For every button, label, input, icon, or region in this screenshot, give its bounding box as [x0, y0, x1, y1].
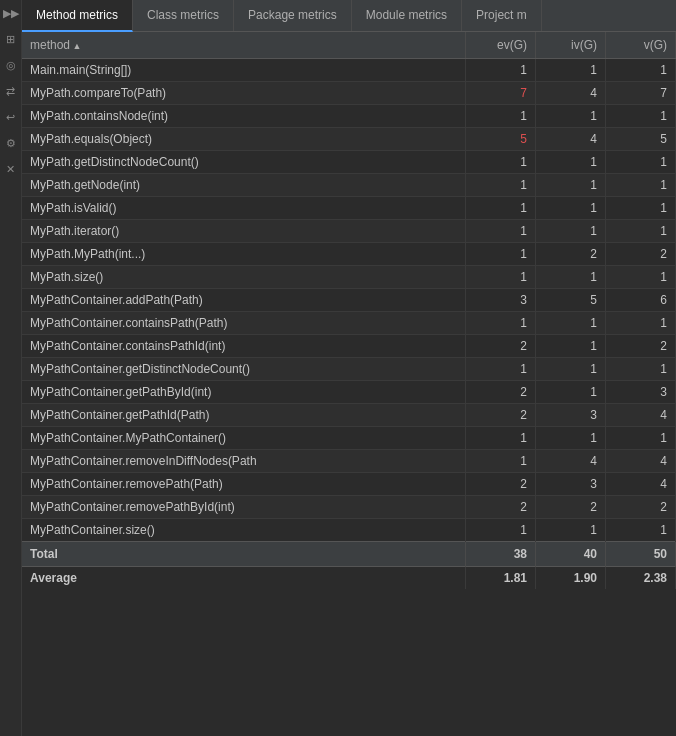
metrics-table-container: method ev(G) iv(G) v(G) Main.main(String… — [22, 32, 676, 736]
table-row: MyPath.compareTo(Path)747 — [22, 82, 676, 105]
cell-vg: 1 — [606, 105, 676, 128]
cell-ivg: 2 — [536, 243, 606, 266]
cell-ivg: 4 — [536, 450, 606, 473]
col-header-ivg[interactable]: iv(G) — [536, 32, 606, 59]
cell-method: MyPath.getDistinctNodeCount() — [22, 151, 466, 174]
cell-ivg: 1 — [536, 59, 606, 82]
cell-ivg: 1 — [536, 151, 606, 174]
average-row: Average 1.81 1.90 2.38 — [22, 567, 676, 590]
cell-vg: 1 — [606, 427, 676, 450]
cell-evg: 2 — [466, 496, 536, 519]
cell-method: MyPath.size() — [22, 266, 466, 289]
cell-method: MyPathContainer.getDistinctNodeCount() — [22, 358, 466, 381]
table-row: MyPath.size()111 — [22, 266, 676, 289]
settings-icon[interactable]: ⚙ — [2, 134, 20, 152]
cell-ivg: 1 — [536, 335, 606, 358]
metrics-table: method ev(G) iv(G) v(G) Main.main(String… — [22, 32, 676, 589]
table-row: MyPath.equals(Object)545 — [22, 128, 676, 151]
cell-evg: 2 — [466, 473, 536, 496]
cell-evg: 1 — [466, 151, 536, 174]
average-ivg: 1.90 — [536, 567, 606, 590]
close-icon[interactable]: ✕ — [2, 160, 20, 178]
table-row: MyPathContainer.removePathById(int)222 — [22, 496, 676, 519]
swap-icon[interactable]: ⇄ — [2, 82, 20, 100]
table-row: MyPath.MyPath(int...)122 — [22, 243, 676, 266]
cell-method: MyPathContainer.addPath(Path) — [22, 289, 466, 312]
cell-method: MyPathContainer.getPathById(int) — [22, 381, 466, 404]
undo-icon[interactable]: ↩ — [2, 108, 20, 126]
cell-ivg: 4 — [536, 82, 606, 105]
cell-method: MyPath.isValid() — [22, 197, 466, 220]
table-row: MyPath.iterator()111 — [22, 220, 676, 243]
cell-method: MyPath.iterator() — [22, 220, 466, 243]
cell-method: MyPath.getNode(int) — [22, 174, 466, 197]
cell-ivg: 1 — [536, 358, 606, 381]
cell-ivg: 5 — [536, 289, 606, 312]
table-row: MyPathContainer.MyPathContainer()111 — [22, 427, 676, 450]
col-header-evg[interactable]: ev(G) — [466, 32, 536, 59]
tab-package-metrics[interactable]: Package metrics — [234, 0, 352, 31]
cell-vg: 4 — [606, 404, 676, 427]
cell-vg: 4 — [606, 450, 676, 473]
cell-method: MyPath.MyPath(int...) — [22, 243, 466, 266]
cell-evg: 2 — [466, 381, 536, 404]
cell-vg: 1 — [606, 174, 676, 197]
cell-vg: 1 — [606, 312, 676, 335]
table-row: MyPathContainer.size()111 — [22, 519, 676, 542]
cell-method: MyPathContainer.removeInDiffNodes(Path — [22, 450, 466, 473]
camera-icon[interactable]: ◎ — [2, 56, 20, 74]
table-row: MyPath.isValid()111 — [22, 197, 676, 220]
cell-ivg: 1 — [536, 174, 606, 197]
cell-evg: 2 — [466, 335, 536, 358]
cell-evg: 1 — [466, 358, 536, 381]
cell-ivg: 1 — [536, 312, 606, 335]
tab-bar: Method metrics Class metrics Package met… — [22, 0, 676, 32]
cell-vg: 1 — [606, 519, 676, 542]
cell-vg: 2 — [606, 496, 676, 519]
table-row: MyPathContainer.getPathById(int)213 — [22, 381, 676, 404]
cell-evg: 2 — [466, 404, 536, 427]
cell-vg: 7 — [606, 82, 676, 105]
cell-ivg: 4 — [536, 128, 606, 151]
table-row: MyPath.getNode(int)111 — [22, 174, 676, 197]
cell-vg: 1 — [606, 266, 676, 289]
table-row: MyPathContainer.containsPathId(int)212 — [22, 335, 676, 358]
col-header-method[interactable]: method — [22, 32, 466, 59]
cell-method: MyPath.containsNode(int) — [22, 105, 466, 128]
cell-vg: 1 — [606, 220, 676, 243]
col-header-vg[interactable]: v(G) — [606, 32, 676, 59]
cell-evg: 1 — [466, 312, 536, 335]
cell-ivg: 1 — [536, 105, 606, 128]
cell-vg: 1 — [606, 151, 676, 174]
tab-class-metrics[interactable]: Class metrics — [133, 0, 234, 31]
table-row: Main.main(String[])111 — [22, 59, 676, 82]
cell-evg: 1 — [466, 450, 536, 473]
average-vg: 2.38 — [606, 567, 676, 590]
cell-vg: 2 — [606, 243, 676, 266]
fast-forward-icon[interactable]: ▶▶ — [2, 4, 20, 22]
cell-ivg: 3 — [536, 404, 606, 427]
cell-ivg: 1 — [536, 197, 606, 220]
cell-vg: 2 — [606, 335, 676, 358]
cell-evg: 1 — [466, 105, 536, 128]
cell-method: MyPathContainer.containsPath(Path) — [22, 312, 466, 335]
average-evg: 1.81 — [466, 567, 536, 590]
table-row: MyPath.getDistinctNodeCount()111 — [22, 151, 676, 174]
total-label: Total — [22, 542, 466, 567]
cell-method: MyPathContainer.size() — [22, 519, 466, 542]
total-vg: 50 — [606, 542, 676, 567]
cell-ivg: 1 — [536, 266, 606, 289]
cell-method: MyPath.equals(Object) — [22, 128, 466, 151]
table-row: MyPathContainer.addPath(Path)356 — [22, 289, 676, 312]
tab-module-metrics[interactable]: Module metrics — [352, 0, 462, 31]
cell-method: MyPathContainer.getPathId(Path) — [22, 404, 466, 427]
table-row: MyPathContainer.removeInDiffNodes(Path14… — [22, 450, 676, 473]
tab-method-metrics[interactable]: Method metrics — [22, 0, 133, 32]
cell-evg: 1 — [466, 243, 536, 266]
main-content: Method metrics Class metrics Package met… — [22, 0, 676, 736]
total-ivg: 40 — [536, 542, 606, 567]
grid-icon[interactable]: ⊞ — [2, 30, 20, 48]
cell-vg: 1 — [606, 59, 676, 82]
table-body: Main.main(String[])111MyPath.compareTo(P… — [22, 59, 676, 542]
tab-project-metrics[interactable]: Project m — [462, 0, 542, 31]
